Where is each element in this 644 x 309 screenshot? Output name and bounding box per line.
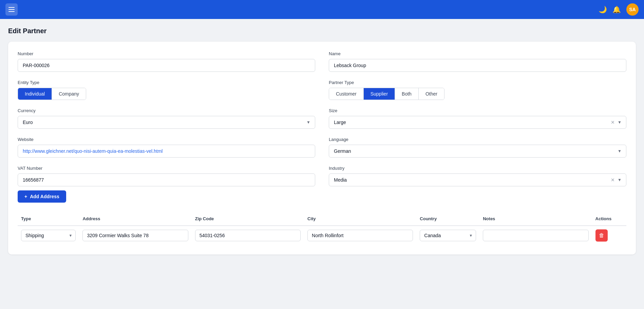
navbar: 🌙 🔔 SA — [0, 0, 644, 19]
hamburger-line-1 — [8, 7, 15, 8]
industry-select-wrapper: Media Technology Finance Healthcare ✕ ▼ — [329, 173, 626, 186]
size-group: Size Small Medium Large Enterprise ✕ ▼ — [329, 108, 626, 129]
vat-number-label: VAT Number — [18, 166, 315, 171]
row-country-cell: Canada USA Germany ▼ — [416, 226, 479, 245]
currency-select[interactable]: Euro USD GBP — [18, 116, 315, 129]
entity-type-btn-group: Individual Company — [18, 88, 86, 100]
industry-label: Industry — [329, 166, 626, 171]
hamburger-line-2 — [8, 9, 15, 10]
language-label: Language — [329, 137, 626, 142]
name-label: Name — [329, 51, 626, 56]
row-type-select-wrapper: Shipping Billing Other ▼ — [21, 230, 76, 241]
language-select-wrapper: German English French Spanish ▼ — [329, 145, 626, 158]
row-country-select-wrapper: Canada USA Germany ▼ — [420, 230, 476, 241]
trash-icon: 🗑 — [599, 232, 604, 239]
entity-type-company-btn[interactable]: Company — [52, 88, 86, 100]
partner-type-label: Partner Type — [329, 80, 626, 85]
number-group: Number — [18, 51, 315, 72]
row-notes-input[interactable] — [483, 230, 588, 241]
row-actions-cell: 🗑 — [592, 226, 626, 245]
entity-type-individual-btn[interactable]: Individual — [18, 88, 52, 100]
size-select[interactable]: Small Medium Large Enterprise — [329, 116, 626, 129]
form-grid: Number Name Entity Type Individual Compa… — [18, 51, 626, 186]
add-address-button[interactable]: + Add Address — [18, 190, 66, 203]
language-select[interactable]: German English French Spanish — [329, 145, 626, 158]
partner-type-group: Partner Type Customer Supplier Both Othe… — [329, 80, 626, 100]
partner-type-both-btn[interactable]: Both — [395, 88, 419, 100]
row-type-cell: Shipping Billing Other ▼ — [18, 226, 79, 245]
row-zip-input[interactable] — [195, 230, 301, 241]
hamburger-line-3 — [8, 11, 15, 12]
col-country: Country — [416, 212, 479, 226]
table-row: Shipping Billing Other ▼ — [18, 226, 626, 245]
edit-partner-card: Number Name Entity Type Individual Compa… — [8, 42, 636, 254]
website-label: Website — [18, 137, 315, 142]
industry-clear-icon[interactable]: ✕ — [611, 177, 615, 183]
navbar-left — [5, 3, 18, 16]
name-input[interactable] — [329, 59, 626, 72]
size-clear-icon[interactable]: ✕ — [611, 120, 615, 125]
page-title: Edit Partner — [8, 27, 636, 35]
industry-select[interactable]: Media Technology Finance Healthcare — [329, 173, 626, 186]
industry-group: Industry Media Technology Finance Health… — [329, 166, 626, 186]
partner-type-customer-btn[interactable]: Customer — [329, 88, 364, 100]
moon-icon[interactable]: 🌙 — [599, 5, 607, 14]
row-delete-button[interactable]: 🗑 — [595, 229, 608, 242]
entity-type-label: Entity Type — [18, 80, 315, 85]
row-zip-cell — [192, 226, 304, 245]
vat-number-input[interactable] — [18, 173, 315, 186]
col-notes: Notes — [479, 212, 592, 226]
partner-type-other-btn[interactable]: Other — [419, 88, 444, 100]
row-notes-cell — [479, 226, 592, 245]
col-actions: Actions — [592, 212, 626, 226]
col-zip-code: Zip Code — [192, 212, 304, 226]
col-address: Address — [79, 212, 191, 226]
row-city-cell — [304, 226, 416, 245]
bell-icon[interactable]: 🔔 — [612, 5, 621, 14]
website-input[interactable] — [18, 145, 315, 158]
currency-label: Currency — [18, 108, 315, 113]
partner-type-btn-group: Customer Supplier Both Other — [329, 88, 444, 100]
number-label: Number — [18, 51, 315, 56]
size-label: Size — [329, 108, 626, 113]
website-group: Website — [18, 137, 315, 158]
number-input[interactable] — [18, 59, 315, 72]
col-type: Type — [18, 212, 79, 226]
col-city: City — [304, 212, 416, 226]
main-content: Edit Partner Number Name Entity Type Ind… — [0, 19, 644, 309]
row-country-select[interactable]: Canada USA Germany — [420, 230, 476, 241]
currency-select-wrapper: Euro USD GBP ▼ — [18, 116, 315, 129]
menu-button[interactable] — [5, 3, 18, 16]
language-group: Language German English French Spanish ▼ — [329, 137, 626, 158]
entity-type-group: Entity Type Individual Company — [18, 80, 315, 100]
add-address-label: Add Address — [30, 194, 59, 199]
partner-type-supplier-btn[interactable]: Supplier — [364, 88, 395, 100]
user-avatar[interactable]: SA — [626, 3, 639, 16]
address-table-header-row: Type Address Zip Code City Country Notes… — [18, 212, 626, 226]
row-address-input[interactable] — [82, 230, 188, 241]
vat-number-group: VAT Number — [18, 166, 315, 186]
navbar-right: 🌙 🔔 SA — [599, 3, 639, 16]
name-group: Name — [329, 51, 626, 72]
address-table: Type Address Zip Code City Country Notes… — [18, 212, 626, 245]
add-address-plus-icon: + — [24, 194, 27, 199]
row-type-select[interactable]: Shipping Billing Other — [21, 230, 76, 241]
row-address-cell — [79, 226, 191, 245]
currency-group: Currency Euro USD GBP ▼ — [18, 108, 315, 129]
size-select-wrapper: Small Medium Large Enterprise ✕ ▼ — [329, 116, 626, 129]
row-city-input[interactable] — [307, 230, 413, 241]
